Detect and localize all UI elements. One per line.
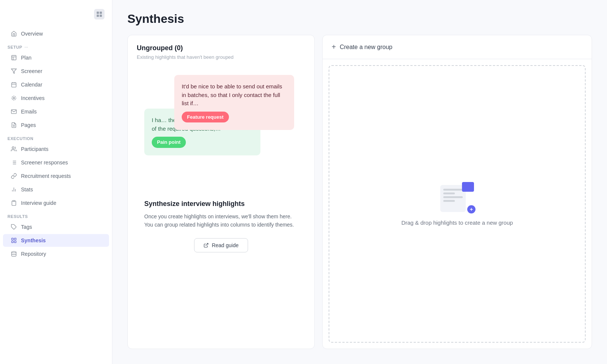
create-group-panel: + Create a new group + Drag & drop highl… <box>322 35 592 349</box>
sidebar-item-screener-responses[interactable]: Screener responses <box>3 156 109 169</box>
sidebar-item-screener[interactable]: Screener <box>3 65 109 78</box>
read-guide-label: Read guide <box>212 242 239 248</box>
home-icon <box>10 30 17 37</box>
sidebar-item-label: Synthesis <box>21 237 46 243</box>
tag-icon <box>10 224 17 230</box>
sidebar-item-label: Interview guide <box>21 200 56 206</box>
svg-point-31 <box>12 251 16 253</box>
svg-rect-27 <box>12 238 13 240</box>
svg-rect-30 <box>14 241 16 243</box>
sidebar-item-plan[interactable]: Plan <box>3 51 109 64</box>
svg-rect-4 <box>12 55 16 60</box>
mail-icon <box>10 108 17 115</box>
sidebar-logo <box>0 6 112 27</box>
sidebar-item-pages[interactable]: Pages <box>3 119 109 131</box>
sidebar-item-label: Screener <box>21 68 42 74</box>
highlights-area: I ha… the… kno… the answers to a lot of … <box>137 67 305 187</box>
sidebar-item-label: Incentives <box>21 95 45 101</box>
sidebar-item-label: Recruitment requests <box>21 173 71 179</box>
svg-point-12 <box>13 97 15 99</box>
sidebar-item-label: Plan <box>21 55 31 61</box>
svg-rect-0 <box>97 12 99 14</box>
svg-rect-29 <box>12 241 13 243</box>
sidebar-item-calendar[interactable]: Calendar <box>3 78 109 91</box>
svg-rect-3 <box>100 15 102 17</box>
synthesize-desc: Once you create highlights on interviews… <box>144 212 298 229</box>
ungrouped-subtitle: Existing highlights that haven't been gr… <box>137 54 305 60</box>
svg-line-32 <box>206 243 208 246</box>
synthesize-title: Synthesize interview highlights <box>144 200 298 208</box>
highlight-card-pink[interactable]: It'd be nice to be able to send out emai… <box>174 75 294 130</box>
doc-square <box>462 182 474 192</box>
svg-rect-1 <box>100 12 102 14</box>
document-illustration: + <box>440 182 474 212</box>
create-group-label: Create a new group <box>340 44 393 51</box>
grid-small-icon <box>10 237 17 244</box>
plus-icon: + <box>332 43 336 51</box>
sidebar-item-tags[interactable]: Tags <box>3 221 109 233</box>
sidebar-item-overview[interactable]: Overview <box>3 27 109 40</box>
highlight-card-text: It'd be nice to be able to send out emai… <box>182 82 287 108</box>
svg-rect-8 <box>12 83 16 87</box>
read-guide-button[interactable]: Read guide <box>194 238 248 252</box>
sidebar-section-setup: Setup ··· <box>0 40 112 51</box>
svg-rect-2 <box>97 15 99 17</box>
users-icon <box>10 146 17 152</box>
create-group-drop-zone[interactable]: + Drag & drop highlights to create a new… <box>329 65 586 343</box>
file-icon <box>10 54 17 61</box>
sidebar-item-label: Screener responses <box>21 160 68 166</box>
sidebar-item-label: Stats <box>21 186 33 192</box>
sidebar-item-participants[interactable]: Participants <box>3 143 109 155</box>
svg-point-15 <box>12 147 14 149</box>
main-header: Synthesis <box>112 0 607 35</box>
sidebar-item-stats[interactable]: Stats <box>3 183 109 196</box>
ungrouped-panel: Ungrouped (0) Existing highlights that h… <box>127 35 315 349</box>
doc-line-3 <box>443 196 463 198</box>
bar-chart-icon <box>10 186 17 193</box>
list-icon <box>10 159 17 166</box>
sidebar-item-label: Tags <box>21 224 32 230</box>
sidebar-section-execution: Execution <box>0 132 112 142</box>
sidebar-item-label: Participants <box>21 146 48 152</box>
sidebar-item-label: Overview <box>21 31 43 37</box>
link-icon <box>10 173 17 179</box>
gift-icon <box>10 95 17 101</box>
page-title: Synthesis <box>127 12 592 26</box>
sidebar-item-label: Repository <box>21 251 46 257</box>
feature-request-tag: Feature request <box>182 112 229 123</box>
create-group-header[interactable]: + Create a new group <box>323 35 592 59</box>
svg-marker-7 <box>11 69 16 73</box>
synthesize-section: Synthesize interview highlights Once you… <box>137 196 305 256</box>
sidebar-item-incentives[interactable]: Incentives <box>3 92 109 104</box>
doc-line-4 <box>443 200 455 202</box>
filter-icon <box>10 68 17 75</box>
sidebar-section-results: Results <box>0 210 112 220</box>
clipboard-icon <box>10 200 17 206</box>
sidebar-item-label: Pages <box>21 122 36 128</box>
sidebar-item-emails[interactable]: Emails <box>3 105 109 118</box>
sidebar-item-repository[interactable]: Repository <box>3 248 109 260</box>
main-content-area: Synthesis Ungrouped (0) Existing highlig… <box>112 0 607 364</box>
svg-rect-25 <box>13 200 15 201</box>
sidebar: Overview Setup ··· Plan Screener Calenda… <box>0 0 112 364</box>
database-icon <box>10 251 17 257</box>
main-panels: Ungrouped (0) Existing highlights that h… <box>112 35 607 364</box>
doc-line-1 <box>443 189 463 191</box>
sidebar-item-recruitment[interactable]: Recruitment requests <box>3 170 109 182</box>
pain-point-tag: Pain point <box>152 137 186 148</box>
calendar-icon <box>10 81 17 88</box>
sidebar-item-synthesis[interactable]: Synthesis <box>3 234 109 247</box>
file-text-icon <box>10 122 17 128</box>
logo-icon <box>94 9 105 19</box>
svg-rect-28 <box>14 238 16 240</box>
doc-line-2 <box>443 192 455 194</box>
external-link-icon <box>203 243 209 248</box>
sidebar-item-label: Emails <box>21 109 37 115</box>
doc-add-icon: + <box>467 205 475 213</box>
sidebar-item-label: Calendar <box>21 82 42 88</box>
drag-drop-text: Drag & drop highlights to create a new g… <box>401 219 513 226</box>
ungrouped-title: Ungrouped (0) <box>137 44 305 52</box>
sidebar-item-interview-guide[interactable]: Interview guide <box>3 197 109 209</box>
